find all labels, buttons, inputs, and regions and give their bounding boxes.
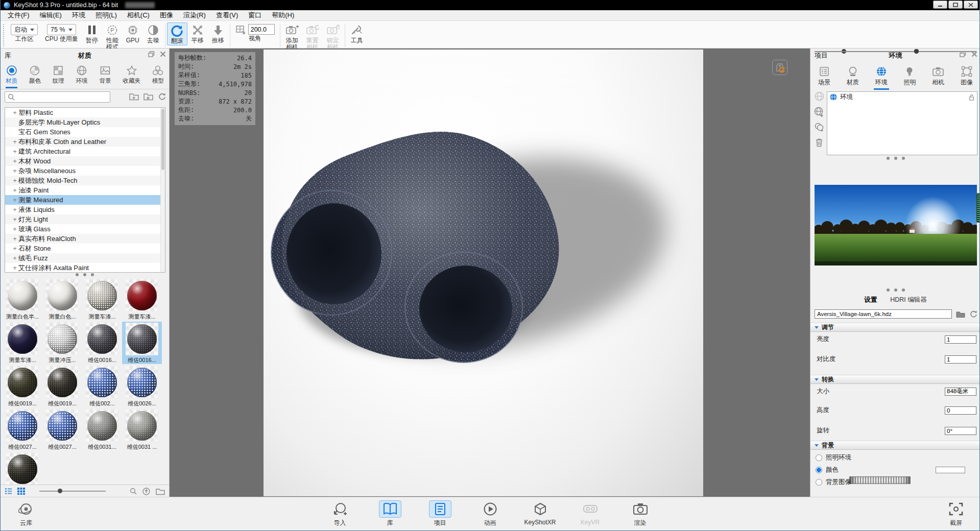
dolly-button[interactable]: 推移 bbox=[208, 22, 228, 44]
realtime-viewport[interactable]: 每秒帧数: 26.4 时间: 2m 2s 采样值: 185 三角形: bbox=[170, 49, 810, 497]
material-category-row[interactable]: + 灯光 Light bbox=[5, 214, 165, 224]
radio-lighting-environment[interactable]: 照明环境 bbox=[816, 453, 851, 462]
expand-icon[interactable]: + bbox=[11, 186, 18, 194]
material-category-row[interactable]: + 石材 Stone bbox=[5, 244, 165, 253]
radio-color[interactable]: 颜色 bbox=[816, 466, 839, 474]
panel-splitter[interactable] bbox=[810, 157, 980, 160]
tab-colors[interactable]: 颜色 bbox=[28, 64, 42, 87]
duplicate-environment-icon[interactable] bbox=[814, 123, 824, 132]
material-category-row[interactable]: + 模德蚀纹 Mold-Tech bbox=[5, 176, 165, 185]
material-category-row[interactable]: + 油漆 Paint bbox=[5, 185, 165, 195]
close-panel-icon[interactable] bbox=[971, 51, 977, 57]
expand-icon[interactable]: + bbox=[11, 138, 18, 146]
search-input[interactable] bbox=[15, 92, 107, 102]
material-thumbnail[interactable] bbox=[3, 452, 42, 485]
preview-search-icon[interactable] bbox=[130, 488, 137, 495]
tools-button[interactable]: 工具 bbox=[347, 22, 367, 44]
material-category-row[interactable]: + 测量 Measured bbox=[5, 195, 165, 205]
reset-camera-button[interactable]: 重置 相机 bbox=[302, 22, 323, 51]
expand-icon[interactable]: + bbox=[11, 177, 18, 184]
material-thumbnail[interactable]: 测量车漆... bbox=[3, 322, 42, 364]
screenshot-button[interactable]: 截屏 bbox=[938, 500, 974, 527]
slider-knob[interactable] bbox=[914, 49, 919, 54]
hdri-preview[interactable] bbox=[815, 185, 977, 266]
menu-item[interactable]: 相机(C) bbox=[122, 11, 155, 20]
expand-icon[interactable]: + bbox=[11, 167, 18, 175]
toolbar-drag-handle[interactable] bbox=[3, 23, 5, 47]
material-category-row[interactable]: + 布料和皮革 Cloth and Leather bbox=[5, 137, 165, 147]
material-thumbnail[interactable]: 维佐0019... bbox=[3, 365, 42, 407]
trash-icon[interactable] bbox=[815, 137, 824, 147]
fov-input[interactable] bbox=[248, 24, 275, 35]
expand-icon[interactable]: + bbox=[11, 157, 18, 165]
refresh-icon[interactable] bbox=[158, 92, 166, 101]
add-camera-button[interactable]: 添加 相机 bbox=[282, 22, 302, 51]
material-category-row[interactable]: 多层光学 Multi-Layer Optics bbox=[5, 117, 165, 127]
tab-backplates[interactable]: 背景 bbox=[99, 64, 112, 87]
brightness-input[interactable] bbox=[945, 335, 976, 344]
tab-image[interactable]: 图像 bbox=[959, 65, 974, 88]
slider-knob[interactable] bbox=[58, 489, 62, 493]
expand-icon[interactable]: + bbox=[11, 109, 18, 116]
tab-favorites[interactable]: 收藏夹 bbox=[122, 64, 142, 87]
height-input[interactable] bbox=[945, 406, 976, 415]
tab-scene[interactable]: 场景 bbox=[817, 65, 832, 88]
expand-icon[interactable]: + bbox=[11, 264, 18, 272]
pan-button[interactable]: 平移 bbox=[187, 22, 208, 44]
open-folder-icon[interactable] bbox=[956, 310, 965, 318]
menu-item[interactable]: 文件(F) bbox=[3, 11, 35, 20]
tab-material[interactable]: 材质 bbox=[845, 65, 861, 88]
tab-environments[interactable]: 环境 bbox=[75, 64, 89, 87]
section-adjust[interactable]: 调节 bbox=[810, 323, 980, 332]
grid-view-icon[interactable] bbox=[17, 488, 25, 495]
tree-scrollbar[interactable] bbox=[160, 108, 165, 272]
lock-camera-button[interactable]: 锁定 相机 bbox=[323, 22, 343, 51]
close-button[interactable] bbox=[964, 1, 978, 9]
tab-lighting[interactable]: 照明 bbox=[902, 65, 917, 88]
reload-icon[interactable] bbox=[969, 310, 977, 318]
expand-icon[interactable]: + bbox=[11, 215, 18, 223]
material-thumbnail[interactable]: 维佐0027... bbox=[42, 408, 82, 451]
expand-icon[interactable]: + bbox=[11, 196, 18, 204]
radio-icon[interactable] bbox=[816, 467, 822, 473]
tab-hdri-editor[interactable]: HDRI 编辑器 bbox=[890, 296, 927, 306]
material-thumbnail[interactable]: 测量车漆... bbox=[82, 278, 122, 321]
radio-icon[interactable] bbox=[816, 454, 822, 461]
minimize-button[interactable] bbox=[933, 1, 947, 9]
export-folder-icon[interactable] bbox=[156, 488, 165, 495]
size-input[interactable] bbox=[945, 388, 976, 396]
denoise-button[interactable]: 去噪 bbox=[143, 22, 163, 44]
height-slider[interactable] bbox=[815, 49, 976, 55]
radio-backplate-image[interactable]: 背景图像 bbox=[816, 478, 851, 486]
import-folder-icon[interactable] bbox=[144, 92, 153, 101]
expand-icon[interactable]: + bbox=[11, 235, 18, 243]
menu-item[interactable]: 图像 bbox=[155, 11, 178, 20]
material-category-row[interactable]: + 建筑 Architectural bbox=[5, 147, 165, 156]
add-folder-icon[interactable] bbox=[129, 92, 139, 101]
menu-item[interactable]: 帮助(H) bbox=[267, 11, 299, 20]
environment-list[interactable]: 环境 bbox=[827, 91, 977, 155]
tab-camera[interactable]: 相机 bbox=[930, 65, 946, 88]
add-environment-icon[interactable] bbox=[814, 107, 824, 117]
menu-item[interactable]: 照明(L) bbox=[90, 11, 122, 20]
menu-item[interactable]: 窗口 bbox=[243, 11, 267, 20]
float-panel-icon[interactable] bbox=[148, 51, 155, 57]
tab-settings[interactable]: 设置 bbox=[864, 296, 877, 306]
menu-item[interactable]: 渲染(R) bbox=[178, 11, 211, 20]
performance-mode-button[interactable]: P 性能 模式 bbox=[102, 22, 123, 51]
tab-materials[interactable]: 材质 bbox=[5, 64, 18, 87]
material-thumbnail[interactable]: 维佐0016... bbox=[82, 322, 122, 364]
menu-item[interactable]: 环境 bbox=[67, 11, 90, 20]
library-search[interactable] bbox=[5, 91, 110, 103]
rotation-input[interactable] bbox=[945, 427, 976, 435]
menu-item[interactable]: 查看(V) bbox=[211, 11, 243, 20]
material-category-row[interactable]: + 液体 Liquids bbox=[5, 205, 165, 214]
pause-button[interactable]: 暂停 bbox=[82, 22, 102, 44]
lock-icon[interactable] bbox=[968, 94, 975, 101]
material-thumbnail[interactable]: 维佐0031 ... bbox=[122, 408, 162, 451]
tab-environment[interactable]: 环境 bbox=[874, 65, 889, 88]
panel-scrollbar-thumb[interactable] bbox=[976, 193, 980, 223]
import-button[interactable]: 导入 bbox=[322, 500, 358, 527]
cpu-usage-selector[interactable]: 75 % CPU 使用量 bbox=[41, 22, 82, 43]
library-toggle-button[interactable]: 库 bbox=[372, 500, 409, 527]
